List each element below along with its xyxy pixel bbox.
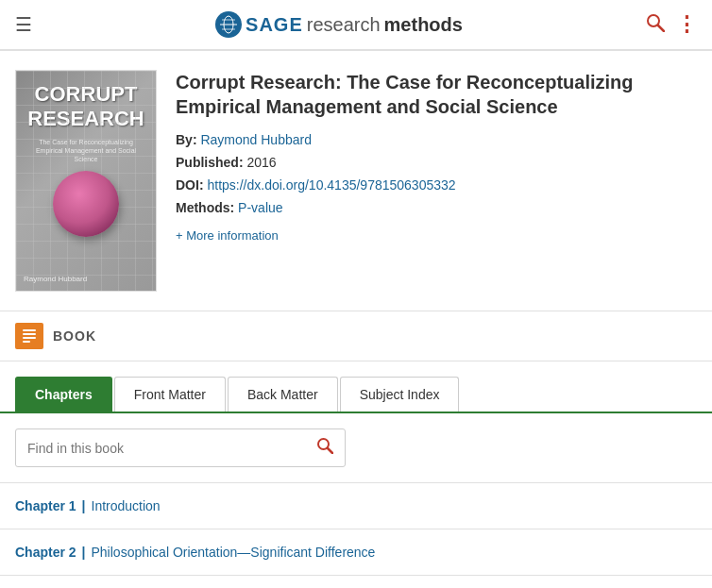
tabs: Chapters Front Matter Back Matter Subjec… xyxy=(15,377,697,412)
cover-author: Raymond Hubbard xyxy=(24,275,87,283)
author-link[interactable]: Raymond Hubbard xyxy=(200,132,312,147)
tabs-section: Chapters Front Matter Back Matter Subjec… xyxy=(0,361,712,413)
logo: SAGE researchmethods xyxy=(215,11,463,38)
tab-front-matter[interactable]: Front Matter xyxy=(114,377,226,412)
book-author-meta: By: Raymond Hubbard xyxy=(176,132,697,147)
book-methods-meta: Methods: P-value xyxy=(176,200,697,215)
header-actions: ⋮ xyxy=(646,12,697,37)
sage-globe-icon xyxy=(215,11,242,38)
published-label: Published: xyxy=(176,155,244,170)
book-icon xyxy=(15,323,43,349)
chapter-number-link[interactable]: Chapter 2 xyxy=(15,545,76,560)
by-label: By: xyxy=(176,132,197,147)
header: ☰ SAGE researchmethods ⋮ xyxy=(0,0,712,51)
chapter-separator: | xyxy=(82,545,86,560)
book-info: Corrupt Research: The Case for Reconcept… xyxy=(176,70,697,292)
sage-text: SAGE xyxy=(246,14,303,36)
search-section xyxy=(0,413,712,483)
book-type-section: BOOK xyxy=(0,311,712,361)
search-button[interactable] xyxy=(305,429,345,466)
svg-rect-9 xyxy=(23,337,36,339)
doi-link[interactable]: https://dx.doi.org/10.4135/9781506305332 xyxy=(207,177,455,193)
sage-logo: SAGE xyxy=(215,11,303,38)
chapter-title-link[interactable]: Introduction xyxy=(92,498,161,513)
svg-rect-10 xyxy=(23,341,30,343)
svg-rect-8 xyxy=(23,333,36,335)
book-type-label: BOOK xyxy=(53,328,96,344)
book-section: CORRUPT RESEARCH The Case for Reconceptu… xyxy=(0,51,712,311)
chapters-list: Chapter 1 | Introduction Chapter 2 | Phi… xyxy=(0,483,712,576)
chapter-number-link[interactable]: Chapter 1 xyxy=(15,498,76,513)
book-published-meta: Published: 2016 xyxy=(176,155,697,170)
table-row: Chapter 2 | Philosophical Orientation—Si… xyxy=(0,529,712,576)
more-options-icon[interactable]: ⋮ xyxy=(676,12,697,37)
svg-rect-7 xyxy=(23,329,36,331)
search-bar xyxy=(15,428,346,467)
search-input[interactable] xyxy=(16,431,305,465)
table-row: Chapter 1 | Introduction xyxy=(0,483,712,529)
book-doi-meta: DOI: https://dx.doi.org/10.4135/97815063… xyxy=(176,177,697,193)
svg-line-6 xyxy=(658,25,664,31)
svg-line-12 xyxy=(328,448,332,453)
chapter-title-link[interactable]: Philosophical Orientation—Significant Di… xyxy=(92,545,376,560)
menu-icon[interactable]: ☰ xyxy=(15,13,32,36)
methods-text: methods xyxy=(384,14,463,36)
tab-chapters[interactable]: Chapters xyxy=(15,377,112,412)
search-icon[interactable] xyxy=(646,13,665,37)
methods-link[interactable]: P-value xyxy=(238,200,282,215)
published-year: 2016 xyxy=(246,155,276,170)
research-text: research xyxy=(307,14,381,36)
tab-subject-index[interactable]: Subject Index xyxy=(340,377,460,412)
methods-label: Methods: xyxy=(176,200,234,215)
doi-label: DOI: xyxy=(176,177,204,193)
tab-back-matter[interactable]: Back Matter xyxy=(228,377,338,412)
book-title: Corrupt Research: The Case for Reconcept… xyxy=(176,70,697,119)
cover-ball xyxy=(53,171,119,237)
chapter-separator: | xyxy=(82,498,86,513)
book-cover: CORRUPT RESEARCH The Case for Reconceptu… xyxy=(15,70,157,292)
more-info-button[interactable]: + More information xyxy=(176,228,279,243)
